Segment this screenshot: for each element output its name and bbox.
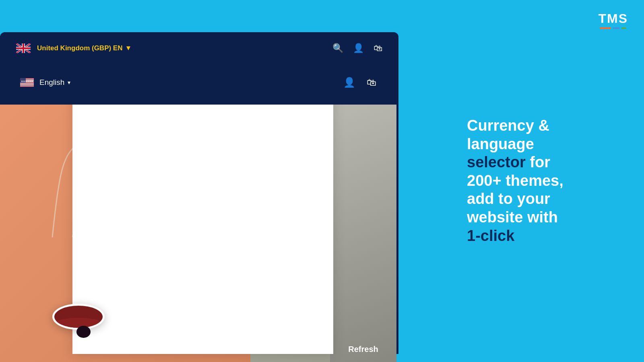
card-white: Canada ($) English ▾ 🔍 👤 🛍 <box>72 72 333 354</box>
uk-flag-icon <box>16 43 31 53</box>
english-dropdown-arrow: ▾ <box>68 79 70 86</box>
headline-selector: selector <box>467 154 530 171</box>
tms-line-green <box>621 27 626 29</box>
search-icon-navy[interactable]: 🔍 <box>332 43 343 53</box>
tms-logo-underline <box>600 27 626 29</box>
uk-language-text: United Kingdom (GBP) EN <box>37 44 122 52</box>
right-panel-headline: Currency &languageselector for200+ theme… <box>467 117 620 245</box>
svg-rect-22 <box>20 86 34 87</box>
user-icon-navy[interactable]: 👤 <box>353 43 364 53</box>
headline-click: 1-click <box>467 227 514 244</box>
cards-container: United Kingdom (GBP) EN ▼ 🔍 👤 🛍 <box>0 32 398 362</box>
tms-logo-text: TMS <box>598 11 628 26</box>
right-panel: Currency &languageselector for200+ theme… <box>467 117 620 245</box>
refresh-label: Refresh <box>348 345 378 354</box>
user-icon-front[interactable]: 👤 <box>343 77 355 88</box>
tms-line-orange <box>600 27 611 29</box>
english-language-text: English <box>39 78 64 87</box>
refresh-section: Refresh <box>330 105 396 362</box>
card-front-header: ★★★★★★ English ▾ 👤 🛍 <box>0 60 396 105</box>
nav-icons-navy: 🔍 👤 🛍 <box>332 43 382 53</box>
english-language-selector[interactable]: English ▾ <box>39 78 70 87</box>
cart-icon-navy[interactable]: 🛍 <box>374 43 382 53</box>
cart-icon-front[interactable]: 🛍 <box>367 77 376 88</box>
nav-icons-front: 👤 🛍 <box>343 77 376 88</box>
food-berry <box>76 326 91 338</box>
tms-line-blue <box>613 27 620 29</box>
card-front: ★★★★★★ English ▾ 👤 🛍 <box>0 60 396 105</box>
tms-logo: TMS <box>598 11 628 29</box>
svg-rect-21 <box>20 85 34 86</box>
uk-dropdown-arrow: ▼ <box>125 44 132 52</box>
uk-language-selector[interactable]: United Kingdom (GBP) EN ▼ <box>37 44 132 52</box>
food-sauce <box>54 306 103 328</box>
us-flag-icon: ★★★★★★ <box>20 78 34 87</box>
card-navy-header: United Kingdom (GBP) EN ▼ 🔍 👤 🛍 <box>0 32 398 64</box>
svg-text:★★★★★★: ★★★★★★ <box>21 80 33 82</box>
headline-currency: Currency &language <box>467 117 549 152</box>
svg-rect-20 <box>20 84 34 84</box>
ride-label: Ride <box>217 337 235 346</box>
